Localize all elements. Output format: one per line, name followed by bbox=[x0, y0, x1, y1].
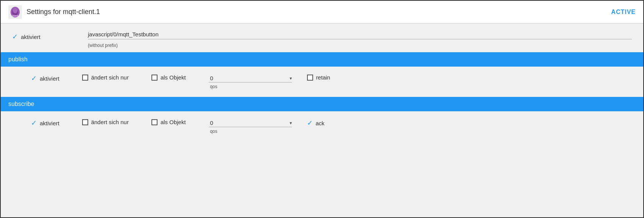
svg-point-3 bbox=[13, 8, 17, 13]
top-section: ✓ aktiviert javascript/0/mqtt_Testbutton… bbox=[1, 23, 643, 52]
publish-qos-group: 0 1 2 ▾ qos bbox=[209, 74, 292, 89]
publish-qos-row: 0 1 2 ▾ bbox=[209, 74, 292, 83]
title-bar-left: client Settings for mqtt-client.1 bbox=[8, 5, 100, 19]
subscribe-qos-row: 0 1 2 ▾ bbox=[209, 119, 292, 127]
subscribe-qos-label: qos bbox=[209, 129, 292, 134]
subscribe-aktiviert-label: aktiviert bbox=[40, 120, 59, 126]
publish-aktiviert-label: aktiviert bbox=[40, 75, 59, 82]
subscribe-ack-label: ack bbox=[316, 120, 324, 126]
subscribe-als-objekt-item: als Objekt bbox=[151, 119, 186, 125]
content-area: ✓ aktiviert javascript/0/mqtt_Testbutton… bbox=[1, 23, 643, 217]
app-icon: client bbox=[8, 5, 22, 19]
topic-section: javascript/0/mqtt_Testbutton (without pr… bbox=[88, 31, 632, 48]
subscribe-aktiviert-item: ✓ aktiviert bbox=[31, 119, 59, 127]
subscribe-ack-item: ✓ ack bbox=[307, 119, 324, 127]
publish-als-objekt-label: als Objekt bbox=[161, 74, 186, 81]
title-bar: client Settings for mqtt-client.1 ACTIVE bbox=[1, 1, 643, 23]
publish-qos-dropdown-icon: ▾ bbox=[290, 76, 292, 81]
top-check-icon: ✓ bbox=[12, 33, 18, 41]
subscribe-header: subscribe bbox=[1, 97, 643, 111]
subscribe-als-objekt-checkbox[interactable] bbox=[151, 119, 157, 125]
publish-retain-checkbox[interactable] bbox=[307, 75, 313, 81]
svg-text:client: client bbox=[12, 14, 18, 17]
subscribe-qos-select[interactable]: 0 1 2 bbox=[209, 119, 292, 127]
subscribe-body: ✓ aktiviert ändert sich nur als Objekt bbox=[1, 111, 643, 142]
publish-body: ✓ aktiviert ändert sich nur als Objekt bbox=[1, 67, 643, 97]
subscribe-qos-group: 0 1 2 ▾ qos bbox=[209, 119, 292, 134]
publish-retain-label: retain bbox=[316, 74, 331, 81]
topic-hint: (without prefix) bbox=[88, 43, 118, 48]
publish-qos-label: qos bbox=[209, 84, 292, 89]
publish-aendert-label: ändert sich nur bbox=[91, 74, 129, 81]
publish-als-objekt-checkbox[interactable] bbox=[151, 75, 157, 81]
publish-aendert-item: ändert sich nur bbox=[82, 74, 129, 81]
topic-value: javascript/0/mqtt_Testbutton bbox=[88, 31, 632, 39]
top-aktiviert-label: aktiviert bbox=[21, 34, 41, 40]
subscribe-fields: ✓ aktiviert ändert sich nur als Objekt bbox=[31, 119, 632, 134]
subscribe-check-icon: ✓ bbox=[31, 119, 37, 127]
publish-section: publish ✓ aktiviert ändert sich nur bbox=[1, 52, 643, 97]
publish-check-icon: ✓ bbox=[31, 74, 37, 83]
publish-als-objekt-item: als Objekt bbox=[151, 74, 186, 81]
subscribe-section: subscribe ✓ aktiviert ändert sich nur bbox=[1, 97, 643, 142]
publish-qos-select[interactable]: 0 1 2 bbox=[209, 74, 292, 83]
subscribe-ack-check-icon: ✓ bbox=[307, 119, 313, 127]
publish-header: publish bbox=[1, 52, 643, 67]
subscribe-als-objekt-label: als Objekt bbox=[161, 119, 186, 125]
status-badge: ACTIVE bbox=[611, 9, 636, 16]
publish-aendert-checkbox[interactable] bbox=[82, 75, 88, 81]
subscribe-aendert-item: ändert sich nur bbox=[82, 119, 129, 125]
publish-aktiviert-item: ✓ aktiviert bbox=[31, 74, 59, 83]
page-title: Settings for mqtt-client.1 bbox=[27, 8, 100, 16]
main-window: client Settings for mqtt-client.1 ACTIVE… bbox=[0, 0, 644, 218]
publish-retain-item: retain bbox=[307, 74, 331, 81]
top-aktiviert-row: ✓ aktiviert bbox=[12, 31, 73, 41]
publish-fields: ✓ aktiviert ändert sich nur als Objekt bbox=[31, 74, 632, 89]
subscribe-aendert-label: ändert sich nur bbox=[91, 119, 129, 125]
subscribe-qos-dropdown-icon: ▾ bbox=[290, 120, 292, 126]
subscribe-aendert-checkbox[interactable] bbox=[82, 119, 88, 125]
